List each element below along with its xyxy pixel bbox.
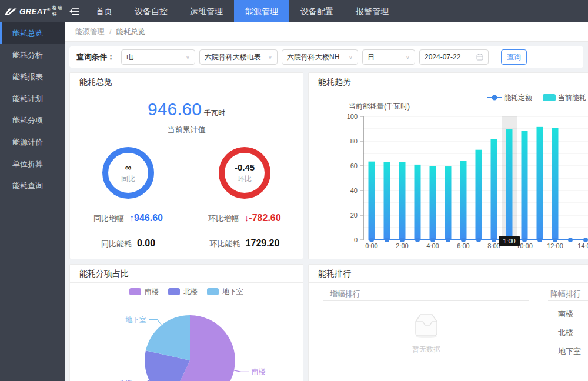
nav-item-2[interactable]: 运维管理 xyxy=(179,0,234,22)
line-dot-8:00[interactable] xyxy=(492,238,496,242)
filter-bar: 查询条件： 电∨六院骨科大楼电表∨六院骨科大楼NH∨日∨ 2024-07-22 … xyxy=(69,46,583,68)
total-consumption-caption: 当前累计值 xyxy=(70,125,303,135)
total-consumption-unit: 千瓦时 xyxy=(204,109,225,117)
main-content: 查询条件： 电∨六院骨科大楼电表∨六院骨科大楼NH∨日∨ 2024-07-22 … xyxy=(65,42,588,381)
bar-7:00[interactable] xyxy=(476,150,482,240)
line-dot-5:00[interactable] xyxy=(446,238,450,242)
nav-item-3[interactable]: 能源管理 xyxy=(234,0,289,22)
rank-item-0[interactable]: 南楼 xyxy=(558,309,573,319)
rank-left-divider xyxy=(323,300,529,301)
stat-value: 0.00 xyxy=(137,238,155,249)
pie-legend-item-1[interactable]: 北楼 xyxy=(168,287,198,297)
line-dot-7:00[interactable] xyxy=(476,238,481,242)
nav-item-1[interactable]: 设备自控 xyxy=(123,0,179,22)
nav-item-5[interactable]: 报警管理 xyxy=(345,0,400,22)
empty-box-icon xyxy=(407,311,445,338)
line-dot-1:00[interactable] xyxy=(385,238,389,242)
query-button[interactable]: 查询 xyxy=(501,49,527,65)
line-dot-3:00[interactable] xyxy=(415,238,420,242)
nav-item-4[interactable]: 设备配置 xyxy=(289,0,345,22)
select-meter-value: 六院骨科大楼电表 xyxy=(205,52,261,62)
filter-label: 查询条件： xyxy=(76,52,115,62)
select-granularity[interactable]: 日∨ xyxy=(362,49,415,65)
bar-9:00[interactable] xyxy=(506,129,513,240)
svg-text:40: 40 xyxy=(350,187,358,194)
bar-0:00[interactable] xyxy=(369,162,375,240)
line-dot-10:00[interactable] xyxy=(522,238,527,242)
breadcrumb: 能源管理 / 能耗总览 xyxy=(65,22,588,42)
sidebar-item-7[interactable]: 能耗查询 xyxy=(0,175,65,196)
sidebar-item-0[interactable]: 能耗总览 xyxy=(0,22,65,44)
rank-item-1[interactable]: 北楼 xyxy=(558,327,573,338)
rank-card-title: 能耗排行 xyxy=(309,265,588,283)
stat-3: 环比能耗1729.20 xyxy=(186,238,303,249)
date-value: 2024-07-22 xyxy=(425,53,460,61)
select-meter[interactable]: 六院骨科大楼电表∨ xyxy=(199,49,278,65)
line-dot-11:00[interactable] xyxy=(537,238,542,242)
rank-card: 能耗排行 增幅排行 暂无数据 降幅排行 南楼北楼地下室 xyxy=(308,264,588,381)
pie-label-地下室: 地下室 xyxy=(125,316,146,324)
line-dot-14:00[interactable] xyxy=(583,238,588,242)
legend-swatch xyxy=(129,288,141,295)
bar-1:00[interactable] xyxy=(384,162,390,240)
overview-card: 能耗总览 946.60千瓦时 当前累计值 ∞同比-0.45环比 同比增幅↑946… xyxy=(69,72,303,259)
rank-decrease-title: 降幅排行 xyxy=(550,289,581,299)
bar-3:00[interactable] xyxy=(415,165,421,240)
date-picker[interactable]: 2024-07-22 xyxy=(419,49,489,65)
pie-legend-item-0[interactable]: 南楼 xyxy=(129,287,159,297)
sidebar-item-1[interactable]: 能耗分析 xyxy=(0,44,65,66)
sidebar-item-2[interactable]: 能耗报表 xyxy=(0,66,65,88)
line-dot-13:00[interactable] xyxy=(568,238,573,242)
pie-legend-item-2[interactable]: 地下室 xyxy=(207,287,243,297)
bar-6:00[interactable] xyxy=(460,161,467,240)
stat-value: 1729.20 xyxy=(246,238,280,249)
empty-state: 暂无数据 xyxy=(385,311,467,355)
line-dot-12:00[interactable] xyxy=(553,238,557,242)
svg-text:20: 20 xyxy=(350,212,358,219)
line-dot-6:00[interactable] xyxy=(461,238,466,242)
sidebar-item-3[interactable]: 能耗计划 xyxy=(0,88,65,109)
sidebar-item-6[interactable]: 单位折算 xyxy=(0,153,65,175)
svg-text:6:00: 6:00 xyxy=(457,242,469,249)
menu-fold-icon[interactable] xyxy=(65,0,85,22)
svg-text:能耗定额: 能耗定额 xyxy=(504,93,532,102)
bar-8:00[interactable] xyxy=(491,139,497,240)
bar-5:00[interactable] xyxy=(445,166,452,240)
bar-10:00[interactable] xyxy=(522,131,528,240)
sidebar: 能耗总览能耗分析能耗报表能耗计划能耗分项能源计价单位折算能耗查询 xyxy=(0,22,65,381)
brand-reg: ® xyxy=(47,7,51,11)
bar-12:00[interactable] xyxy=(552,128,559,240)
select-energy-type[interactable]: 电∨ xyxy=(121,49,195,65)
svg-text:100: 100 xyxy=(347,113,358,120)
stat-label: 环比能耗 xyxy=(210,239,240,249)
brand-cn: 格瑞特 xyxy=(52,5,65,18)
select-node[interactable]: 六院骨科大楼NH∨ xyxy=(282,49,358,65)
sidebar-item-4[interactable]: 能耗分项 xyxy=(0,109,65,131)
svg-text:当前能耗: 当前能耗 xyxy=(558,93,586,102)
line-dot-0:00[interactable] xyxy=(369,238,374,242)
stat-2: 同比能耗0.00 xyxy=(70,238,186,249)
breadcrumb-parent[interactable]: 能源管理 xyxy=(75,27,105,37)
bar-4:00[interactable] xyxy=(430,166,436,240)
trend-chart[interactable]: 0204060801000:002:004:006:008:0010:0012:… xyxy=(309,91,588,259)
rank-item-2[interactable]: 地下室 xyxy=(558,346,581,357)
bar-11:00[interactable] xyxy=(537,127,543,240)
calendar-icon xyxy=(476,54,483,61)
pie-chart[interactable]: 南楼北楼地下室 xyxy=(70,300,303,381)
nav-item-0[interactable]: 首页 xyxy=(85,0,123,22)
brand-name: GREAT® xyxy=(19,7,51,16)
total-consumption-value: 946.60 xyxy=(148,99,202,119)
chevron-down-icon: ∨ xyxy=(186,55,190,60)
rank-right-divider xyxy=(548,300,588,301)
sidebar-item-5[interactable]: 能源计价 xyxy=(0,131,65,153)
empty-text: 暂无数据 xyxy=(385,345,467,355)
ring-label: 同比 xyxy=(121,174,135,184)
stat-0: 同比增幅↑946.60 xyxy=(70,213,186,224)
bar-2:00[interactable] xyxy=(399,162,406,240)
line-dot-2:00[interactable] xyxy=(400,238,405,242)
stat-label: 环比增幅 xyxy=(208,213,239,224)
line-dot-4:00[interactable] xyxy=(430,238,435,242)
trend-card: 能耗趋势 0204060801000:002:004:006:008:0010:… xyxy=(308,72,588,259)
trend-card-title: 能耗趋势 xyxy=(309,73,588,91)
nav-menu: 首页设备自控运维管理能源管理设备配置报警管理 xyxy=(85,0,400,22)
